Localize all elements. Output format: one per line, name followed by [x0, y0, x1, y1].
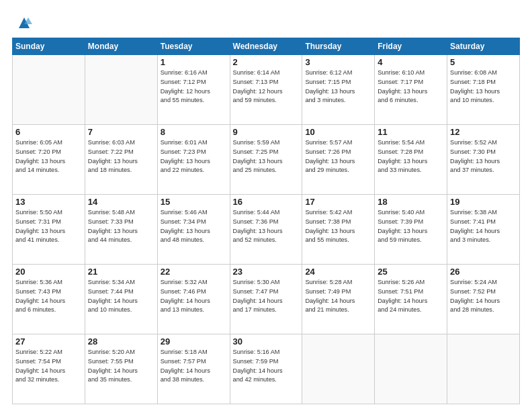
- calendar-week-5: 27Sunrise: 5:22 AM Sunset: 7:54 PM Dayli…: [13, 334, 520, 404]
- calendar-cell: 17Sunrise: 5:42 AM Sunset: 7:38 PM Dayli…: [302, 195, 375, 265]
- weekday-header-sunday: Sunday: [13, 38, 85, 55]
- day-number: 24: [305, 267, 371, 277]
- day-number: 23: [233, 267, 300, 277]
- calendar-cell: 10Sunrise: 5:57 AM Sunset: 7:26 PM Dayli…: [302, 125, 375, 195]
- weekday-header-wednesday: Wednesday: [230, 38, 302, 55]
- calendar-cell: 11Sunrise: 5:54 AM Sunset: 7:28 PM Dayli…: [375, 125, 447, 195]
- day-info: Sunrise: 5:18 AM Sunset: 7:57 PM Dayligh…: [161, 348, 227, 385]
- calendar-cell: 5Sunrise: 6:08 AM Sunset: 7:18 PM Daylig…: [447, 55, 520, 125]
- calendar-week-3: 13Sunrise: 5:50 AM Sunset: 7:31 PM Dayli…: [13, 195, 520, 265]
- day-number: 2: [233, 57, 300, 67]
- day-number: 28: [88, 336, 154, 347]
- day-info: Sunrise: 6:08 AM Sunset: 7:18 PM Dayligh…: [450, 68, 517, 105]
- day-info: Sunrise: 5:50 AM Sunset: 7:31 PM Dayligh…: [15, 208, 82, 245]
- calendar-cell: [13, 55, 85, 125]
- calendar-cell: 4Sunrise: 6:10 AM Sunset: 7:17 PM Daylig…: [375, 55, 447, 125]
- weekday-header-friday: Friday: [375, 38, 447, 55]
- day-number: 6: [15, 127, 82, 137]
- day-number: 13: [15, 197, 82, 207]
- day-info: Sunrise: 6:10 AM Sunset: 7:17 PM Dayligh…: [378, 68, 444, 105]
- calendar-cell: 12Sunrise: 5:52 AM Sunset: 7:30 PM Dayli…: [447, 125, 520, 195]
- calendar-cell: 18Sunrise: 5:40 AM Sunset: 7:39 PM Dayli…: [375, 195, 447, 265]
- day-number: 27: [15, 336, 82, 347]
- day-number: 18: [378, 197, 444, 207]
- calendar-cell: 23Sunrise: 5:30 AM Sunset: 7:47 PM Dayli…: [230, 265, 302, 334]
- day-info: Sunrise: 5:38 AM Sunset: 7:41 PM Dayligh…: [450, 208, 517, 245]
- calendar-cell: 28Sunrise: 5:20 AM Sunset: 7:55 PM Dayli…: [85, 334, 157, 404]
- day-number: 30: [233, 336, 300, 347]
- weekday-header-monday: Monday: [85, 38, 157, 55]
- day-number: 10: [305, 127, 371, 137]
- day-number: 9: [233, 127, 300, 137]
- day-info: Sunrise: 6:12 AM Sunset: 7:15 PM Dayligh…: [305, 68, 371, 105]
- calendar-cell: 25Sunrise: 5:26 AM Sunset: 7:51 PM Dayli…: [375, 265, 447, 334]
- day-info: Sunrise: 5:46 AM Sunset: 7:34 PM Dayligh…: [161, 208, 227, 245]
- calendar-cell: 20Sunrise: 5:36 AM Sunset: 7:43 PM Dayli…: [13, 265, 85, 334]
- calendar-cell: 15Sunrise: 5:46 AM Sunset: 7:34 PM Dayli…: [157, 195, 230, 265]
- day-info: Sunrise: 5:24 AM Sunset: 7:52 PM Dayligh…: [450, 278, 517, 315]
- calendar-cell: [375, 334, 447, 404]
- calendar-week-4: 20Sunrise: 5:36 AM Sunset: 7:43 PM Dayli…: [13, 265, 520, 334]
- day-info: Sunrise: 5:16 AM Sunset: 7:59 PM Dayligh…: [233, 348, 300, 385]
- day-info: Sunrise: 6:16 AM Sunset: 7:12 PM Dayligh…: [161, 68, 227, 105]
- day-info: Sunrise: 5:34 AM Sunset: 7:44 PM Dayligh…: [88, 278, 154, 315]
- day-info: Sunrise: 5:57 AM Sunset: 7:26 PM Dayligh…: [305, 138, 371, 175]
- day-info: Sunrise: 5:26 AM Sunset: 7:51 PM Dayligh…: [378, 278, 444, 315]
- calendar-cell: 22Sunrise: 5:32 AM Sunset: 7:46 PM Dayli…: [157, 265, 230, 334]
- calendar-cell: 6Sunrise: 6:05 AM Sunset: 7:20 PM Daylig…: [13, 125, 85, 195]
- day-number: 8: [161, 127, 227, 137]
- day-number: 21: [88, 267, 154, 277]
- weekday-header-thursday: Thursday: [302, 38, 375, 55]
- day-number: 14: [88, 197, 154, 207]
- calendar-cell: 21Sunrise: 5:34 AM Sunset: 7:44 PM Dayli…: [85, 265, 157, 334]
- day-info: Sunrise: 5:30 AM Sunset: 7:47 PM Dayligh…: [233, 278, 300, 315]
- day-info: Sunrise: 5:28 AM Sunset: 7:49 PM Dayligh…: [305, 278, 371, 315]
- calendar-cell: 19Sunrise: 5:38 AM Sunset: 7:41 PM Dayli…: [447, 195, 520, 265]
- calendar-cell: [85, 55, 157, 125]
- day-number: 5: [450, 57, 517, 67]
- day-info: Sunrise: 5:22 AM Sunset: 7:54 PM Dayligh…: [15, 348, 82, 385]
- day-info: Sunrise: 5:40 AM Sunset: 7:39 PM Dayligh…: [378, 208, 444, 245]
- calendar-table: SundayMondayTuesdayWednesdayThursdayFrid…: [12, 38, 520, 404]
- calendar-cell: 16Sunrise: 5:44 AM Sunset: 7:36 PM Dayli…: [230, 195, 302, 265]
- day-info: Sunrise: 5:48 AM Sunset: 7:33 PM Dayligh…: [88, 208, 154, 245]
- day-info: Sunrise: 6:14 AM Sunset: 7:13 PM Dayligh…: [233, 68, 300, 105]
- calendar-cell: 27Sunrise: 5:22 AM Sunset: 7:54 PM Dayli…: [13, 334, 85, 404]
- day-number: 22: [161, 267, 227, 277]
- day-info: Sunrise: 6:05 AM Sunset: 7:20 PM Dayligh…: [15, 138, 82, 175]
- day-number: 19: [450, 197, 517, 207]
- calendar-week-2: 6Sunrise: 6:05 AM Sunset: 7:20 PM Daylig…: [13, 125, 520, 195]
- weekday-header-row: SundayMondayTuesdayWednesdayThursdayFrid…: [13, 38, 520, 55]
- calendar-cell: [302, 334, 375, 404]
- day-number: 3: [305, 57, 371, 67]
- day-info: Sunrise: 6:03 AM Sunset: 7:22 PM Dayligh…: [88, 138, 154, 175]
- calendar-cell: 1Sunrise: 6:16 AM Sunset: 7:12 PM Daylig…: [157, 55, 230, 125]
- day-number: 26: [450, 267, 517, 277]
- logo-icon: [15, 12, 34, 31]
- day-number: 4: [378, 57, 444, 67]
- day-number: 29: [161, 336, 227, 347]
- day-info: Sunrise: 5:54 AM Sunset: 7:28 PM Dayligh…: [378, 138, 444, 175]
- page: SundayMondayTuesdayWednesdayThursdayFrid…: [0, 0, 532, 411]
- calendar-cell: 14Sunrise: 5:48 AM Sunset: 7:33 PM Dayli…: [85, 195, 157, 265]
- logo: [12, 12, 34, 31]
- day-number: 12: [450, 127, 517, 137]
- weekday-header-saturday: Saturday: [447, 38, 520, 55]
- day-number: 1: [161, 57, 227, 67]
- header: [12, 12, 520, 31]
- day-number: 15: [161, 197, 227, 207]
- day-info: Sunrise: 5:52 AM Sunset: 7:30 PM Dayligh…: [450, 138, 517, 175]
- calendar-cell: 7Sunrise: 6:03 AM Sunset: 7:22 PM Daylig…: [85, 125, 157, 195]
- weekday-header-tuesday: Tuesday: [157, 38, 230, 55]
- day-number: 20: [15, 267, 82, 277]
- day-number: 25: [378, 267, 444, 277]
- calendar-cell: 8Sunrise: 6:01 AM Sunset: 7:23 PM Daylig…: [157, 125, 230, 195]
- calendar-cell: 13Sunrise: 5:50 AM Sunset: 7:31 PM Dayli…: [13, 195, 85, 265]
- day-info: Sunrise: 5:59 AM Sunset: 7:25 PM Dayligh…: [233, 138, 300, 175]
- day-info: Sunrise: 6:01 AM Sunset: 7:23 PM Dayligh…: [161, 138, 227, 175]
- day-number: 17: [305, 197, 371, 207]
- day-number: 11: [378, 127, 444, 137]
- calendar-cell: 24Sunrise: 5:28 AM Sunset: 7:49 PM Dayli…: [302, 265, 375, 334]
- day-info: Sunrise: 5:20 AM Sunset: 7:55 PM Dayligh…: [88, 348, 154, 385]
- calendar-cell: 26Sunrise: 5:24 AM Sunset: 7:52 PM Dayli…: [447, 265, 520, 334]
